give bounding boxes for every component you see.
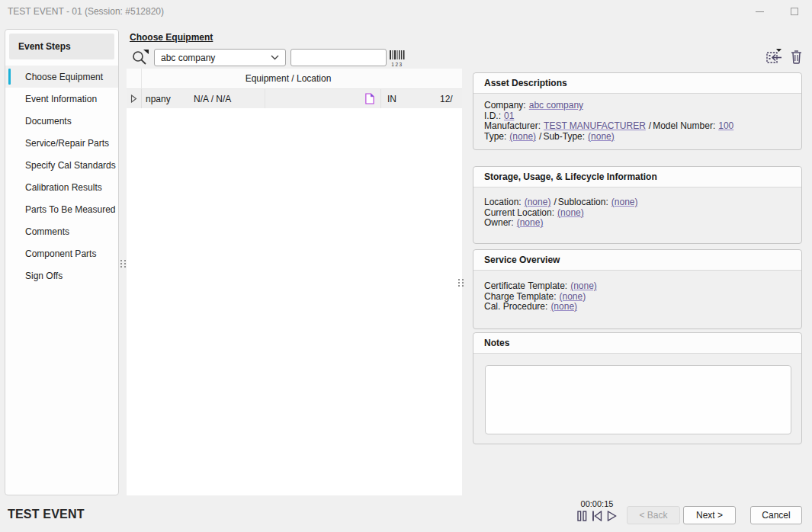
minimize-button[interactable] bbox=[742, 0, 777, 23]
selected-step-indicator bbox=[8, 69, 11, 85]
notes-card: Notes bbox=[473, 332, 802, 444]
subtype-link[interactable]: (none) bbox=[588, 132, 615, 142]
sidebar-item-label: Choose Equipment bbox=[25, 72, 103, 82]
asset-type-row: Type:(none)/Sub-Type:(none) bbox=[484, 132, 791, 143]
location-label: Location: bbox=[484, 197, 522, 207]
current-location-link[interactable]: (none) bbox=[557, 208, 584, 218]
title-bar: TEST EVENT - 01 (Session: #512820) bbox=[0, 0, 812, 23]
window-controls bbox=[742, 0, 812, 23]
panel-splitter-handle[interactable] bbox=[458, 279, 466, 290]
company-filter-value: abc company bbox=[161, 53, 215, 63]
cal-procedure-label: Cal. Procedure: bbox=[484, 302, 547, 312]
play-icon[interactable] bbox=[607, 511, 617, 521]
barcode-scan-button[interactable]: 123 bbox=[389, 50, 406, 66]
asset-company-row: Company:abc company bbox=[484, 101, 791, 111]
sidebar-item-label: Service/Repair Parts bbox=[25, 138, 109, 149]
column-header-equipment-location: Equipment / Location bbox=[142, 73, 462, 84]
search-button[interactable] bbox=[131, 47, 151, 67]
sidebar-item-component-parts[interactable]: Component Parts bbox=[5, 242, 118, 264]
owner-label: Owner: bbox=[484, 218, 514, 228]
company-link[interactable]: abc company bbox=[529, 101, 583, 111]
equipment-list-options-button[interactable] bbox=[765, 48, 784, 67]
asset-id-row: I.D.:01 bbox=[484, 111, 791, 122]
owner-row: Owner:(none) bbox=[484, 218, 791, 229]
delete-button[interactable] bbox=[791, 49, 802, 66]
certificate-template-row: Certificate Template:(none) bbox=[484, 281, 791, 292]
storage-usage-card: Storage, Usage, & Lifecycle Information … bbox=[473, 166, 802, 244]
type-link[interactable]: (none) bbox=[509, 132, 536, 142]
row-location-cell: N/A / N/A bbox=[191, 89, 265, 108]
event-steps-list: Choose Equipment Event Information Docum… bbox=[5, 66, 118, 287]
sidebar-item-label: Calibration Results bbox=[25, 182, 102, 193]
sidebar-item-label: Component Parts bbox=[25, 248, 96, 259]
equipment-table: Equipment / Location npany N/A / N/A IN … bbox=[127, 69, 462, 495]
sublocation-link[interactable]: (none) bbox=[611, 197, 638, 207]
id-link[interactable]: 01 bbox=[504, 111, 514, 121]
separator: / bbox=[649, 121, 651, 131]
row-expander[interactable] bbox=[127, 89, 142, 108]
sublocation-label: Sublocation: bbox=[558, 197, 608, 207]
manufacturer-link[interactable]: TEST MANUFACTURER bbox=[544, 121, 646, 131]
back-button[interactable]: < Back bbox=[627, 506, 680, 524]
notes-input[interactable] bbox=[485, 365, 791, 434]
sidebar-item-parts-to-be-measured[interactable]: Parts To Be Measured bbox=[5, 198, 118, 220]
id-label: I.D.: bbox=[484, 111, 501, 121]
sidebar-item-label: Specify Cal Standards bbox=[25, 160, 116, 171]
maximize-button[interactable] bbox=[777, 0, 812, 23]
manufacturer-label: Manufacturer: bbox=[484, 121, 541, 131]
equipment-toolbar bbox=[765, 47, 805, 67]
location-row: Location:(none)/Sublocation:(none) bbox=[484, 197, 791, 208]
owner-link[interactable]: (none) bbox=[517, 218, 544, 228]
service-overview-card: Service Overview Certificate Template:(n… bbox=[473, 249, 802, 329]
row-status-cell: IN bbox=[381, 89, 435, 108]
sidebar-item-specify-cal-standards[interactable]: Specify Cal Standards bbox=[5, 154, 118, 176]
certificate-template-link[interactable]: (none) bbox=[570, 281, 597, 291]
asset-descriptions-title: Asset Descriptions bbox=[473, 73, 801, 94]
cal-procedure-link[interactable]: (none) bbox=[550, 302, 577, 312]
trash-icon bbox=[791, 49, 802, 64]
company-label: Company: bbox=[484, 101, 526, 111]
sidebar-item-event-information[interactable]: Event Information bbox=[5, 88, 118, 110]
sidebar-item-calibration-results[interactable]: Calibration Results bbox=[5, 176, 118, 198]
sidebar-item-label: Parts To Be Measured bbox=[25, 204, 116, 215]
notes-title: Notes bbox=[473, 333, 801, 354]
minimize-icon bbox=[756, 11, 764, 12]
expander-column-header bbox=[127, 69, 142, 88]
subtype-label: Sub-Type: bbox=[543, 132, 585, 142]
chevron-down-icon bbox=[271, 55, 279, 60]
event-title: TEST EVENT bbox=[8, 508, 85, 521]
storage-usage-title: Storage, Usage, & Lifecycle Information bbox=[473, 167, 801, 187]
cal-procedure-row: Cal. Procedure:(none) bbox=[484, 302, 791, 312]
sidebar-item-documents[interactable]: Documents bbox=[5, 110, 118, 132]
row-date-cell: 12/ bbox=[435, 89, 462, 108]
sidebar-item-choose-equipment[interactable]: Choose Equipment bbox=[5, 66, 118, 88]
certificate-template-label: Certificate Template: bbox=[484, 281, 567, 291]
row-document-cell[interactable] bbox=[358, 89, 381, 108]
sidebar-item-sign-offs[interactable]: Sign Offs bbox=[5, 264, 118, 287]
pause-icon[interactable] bbox=[577, 511, 587, 521]
current-location-row: Current Location:(none) bbox=[484, 208, 791, 219]
expand-arrow-icon bbox=[130, 95, 137, 103]
barcode-icon bbox=[390, 50, 406, 59]
location-link[interactable]: (none) bbox=[525, 197, 551, 207]
sidebar-item-label: Comments bbox=[25, 226, 69, 237]
sidebar-item-comments[interactable]: Comments bbox=[5, 220, 118, 242]
sidebar-item-service-repair-parts[interactable]: Service/Repair Parts bbox=[5, 132, 118, 154]
charge-template-row: Charge Template:(none) bbox=[484, 292, 791, 303]
asset-descriptions-card: Asset Descriptions Company:abc company I… bbox=[473, 72, 802, 150]
cancel-button[interactable]: Cancel bbox=[750, 506, 802, 524]
model-number-link[interactable]: 100 bbox=[718, 121, 733, 131]
session-timer: 00:00:15 bbox=[575, 499, 619, 508]
equipment-search-input[interactable] bbox=[290, 49, 387, 66]
sidebar-item-label: Sign Offs bbox=[25, 271, 63, 281]
skip-to-start-icon[interactable] bbox=[592, 511, 602, 521]
charge-template-label: Charge Template: bbox=[484, 292, 557, 302]
equipment-table-header[interactable]: Equipment / Location bbox=[127, 69, 462, 89]
grid-import-icon bbox=[765, 48, 784, 65]
sidebar-item-label: Event Information bbox=[25, 94, 97, 104]
equipment-row[interactable]: npany N/A / N/A IN 12/ bbox=[127, 89, 462, 108]
company-filter-select[interactable]: abc company bbox=[154, 49, 286, 66]
event-steps-panel: Event Steps Choose Equipment Event Infor… bbox=[5, 29, 119, 495]
next-button[interactable]: Next > bbox=[683, 506, 736, 524]
charge-template-link[interactable]: (none) bbox=[560, 292, 586, 302]
